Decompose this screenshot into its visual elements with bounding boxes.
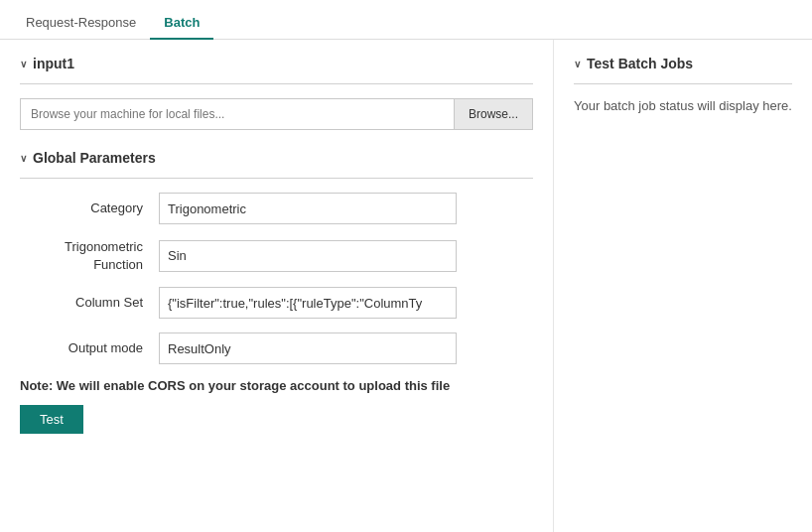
tab-batch[interactable]: Batch bbox=[150, 7, 213, 40]
param-row-trig-function: Trigonometric Function bbox=[20, 238, 533, 273]
global-params-header: ∨ Global Parameters bbox=[20, 150, 533, 166]
global-params-divider bbox=[20, 178, 533, 179]
param-label-output-mode: Output mode bbox=[20, 339, 159, 357]
batch-jobs-chevron-icon[interactable]: ∨ bbox=[574, 59, 581, 69]
main-layout: ∨ input1 Browse... ∨ Global Parameters C… bbox=[0, 40, 812, 532]
param-row-output-mode: Output mode bbox=[20, 332, 533, 364]
param-row-category: Category bbox=[20, 193, 533, 224]
right-panel: ∨ Test Batch Jobs Your batch job status … bbox=[554, 40, 812, 532]
global-params-chevron-icon[interactable]: ∨ bbox=[20, 153, 27, 164]
batch-jobs-divider bbox=[574, 83, 792, 84]
batch-jobs-title: Test Batch Jobs bbox=[587, 56, 693, 71]
tabs-bar: Request-Response Batch bbox=[0, 0, 812, 40]
param-input-column-set[interactable] bbox=[159, 287, 457, 319]
tab-request-response[interactable]: Request-Response bbox=[12, 7, 150, 40]
input1-chevron-icon[interactable]: ∨ bbox=[20, 59, 27, 69]
param-label-trig-function: Trigonometric Function bbox=[20, 238, 159, 273]
param-input-trig-function[interactable] bbox=[159, 240, 457, 272]
file-browse-input[interactable] bbox=[20, 98, 454, 130]
cors-note: Note: We will enable CORS on your storag… bbox=[20, 378, 533, 393]
param-label-column-set: Column Set bbox=[20, 294, 159, 312]
param-input-category[interactable] bbox=[159, 193, 457, 224]
input1-section-header: ∨ input1 bbox=[20, 56, 533, 71]
browse-row: Browse... bbox=[20, 98, 533, 130]
batch-status-text: Your batch job status will display here. bbox=[574, 98, 792, 113]
batch-jobs-header: ∨ Test Batch Jobs bbox=[574, 56, 792, 71]
input1-divider bbox=[20, 83, 533, 84]
param-input-output-mode[interactable] bbox=[159, 332, 457, 364]
left-panel: ∨ input1 Browse... ∨ Global Parameters C… bbox=[0, 40, 554, 532]
test-button[interactable]: Test bbox=[20, 405, 83, 434]
input1-title: input1 bbox=[33, 56, 74, 71]
param-label-category: Category bbox=[20, 200, 159, 217]
global-params-section: ∨ Global Parameters Category Trigonometr… bbox=[20, 150, 533, 364]
browse-button[interactable]: Browse... bbox=[454, 98, 533, 130]
param-row-column-set: Column Set bbox=[20, 287, 533, 319]
global-params-title: Global Parameters bbox=[33, 150, 156, 166]
